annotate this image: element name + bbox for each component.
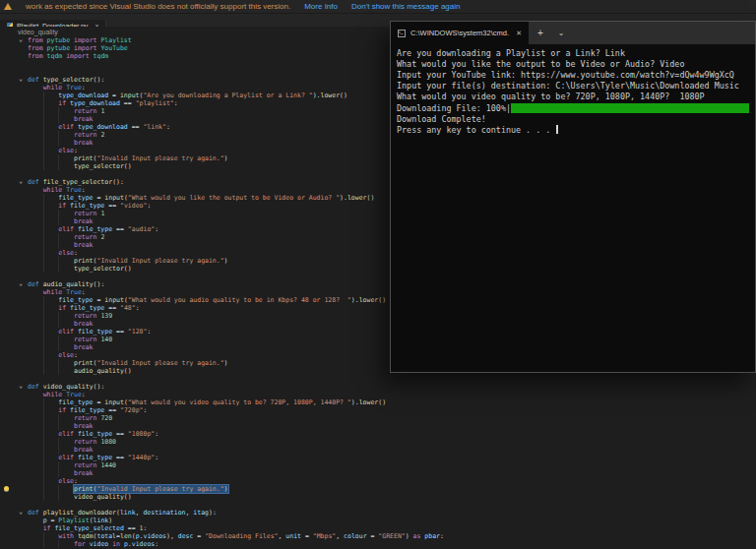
indent-guide [43, 202, 44, 210]
indent-guide [43, 469, 44, 477]
code-line[interactable]: return 1080 [28, 438, 756, 446]
fold-chevron-icon[interactable]: ⌄ [19, 75, 23, 83]
cmd-icon [398, 30, 406, 37]
indent-guide [58, 422, 59, 430]
indent-guide [43, 485, 44, 493]
indent-guide [43, 312, 44, 320]
indent-guide [43, 162, 44, 170]
code-line[interactable]: while True: [28, 391, 756, 398]
fold-chevron-icon[interactable]: ⌄ [19, 279, 23, 287]
indent-guide [43, 477, 44, 485]
indent-guide [43, 406, 44, 414]
indent-guide [58, 320, 59, 328]
terminal-text: Are you downloading a Playlist or a Link… [397, 48, 625, 58]
new-tab-button[interactable]: + [529, 22, 552, 44]
terminal-tab-title: C:\WINDOWS\system32\cmd. [410, 29, 509, 37]
fold-chevron-icon[interactable]: ⌄ [19, 177, 23, 185]
terminal-text: Input your YouTube link: https://www.you… [397, 70, 734, 80]
indent-guide [43, 343, 44, 351]
code-line[interactable]: else: [28, 477, 756, 485]
terminal-text: Input your file(s) destination: C:\Users… [397, 81, 739, 91]
indent-guide [43, 532, 44, 540]
terminal-cursor [556, 125, 558, 134]
terminal-output[interactable]: Are you downloading a Playlist or a Link… [391, 44, 755, 136]
indent-guide [43, 249, 44, 257]
terminal-line: Are you downloading a Playlist or a Link… [397, 47, 749, 58]
code-line[interactable]: for video in p.videos: [28, 540, 756, 548]
notification-bar: work as expected since Visual Studio doe… [0, 0, 756, 14]
code-line[interactable]: return 1440 [28, 461, 756, 469]
indent-guide [43, 398, 44, 406]
indent-guide [43, 241, 44, 249]
indent-guide [58, 414, 59, 422]
indent-guide [43, 454, 44, 461]
code-line[interactable]: if file_type_selected == 1: [28, 524, 756, 532]
code-line[interactable]: if file_type == "720p": [28, 406, 756, 414]
selection-highlight: print("Invalid Input please try again.") [74, 485, 228, 493]
code-line[interactable]: p = Playlist(link) [28, 517, 756, 524]
lightbulb-icon[interactable] [4, 486, 9, 491]
more-info-link[interactable]: More Info [304, 2, 338, 11]
indent-guide [43, 107, 44, 115]
code-line[interactable]: with tqdm(total=len(p.videos), desc = "D… [28, 532, 756, 540]
indent-guide [58, 265, 59, 273]
indent-guide [58, 107, 59, 115]
indent-guide [58, 131, 59, 139]
fold-chevron-icon[interactable]: ⌄ [19, 508, 23, 516]
terminal-tab-close-icon[interactable]: ✕ [516, 30, 522, 37]
code-line[interactable]: break [28, 422, 756, 430]
indent-guide [43, 225, 44, 233]
indent-guide [58, 210, 59, 217]
indent-guide [43, 99, 44, 107]
indent-guide [43, 257, 44, 265]
indent-guide [43, 194, 44, 202]
code-line[interactable]: print("Invalid Input please try again.") [28, 485, 756, 493]
indent-guide [58, 343, 59, 351]
code-line[interactable]: break [28, 446, 756, 454]
code-line[interactable] [28, 501, 756, 509]
indent-guide [43, 304, 44, 312]
indent-guide [43, 92, 44, 99]
indent-guide [43, 351, 44, 359]
fold-chevron-icon[interactable]: ⌄ [19, 36, 23, 43]
code-line[interactable]: ⌄def playlist_downloader(link, destinati… [28, 509, 756, 517]
notification-message: work as expected since Visual Studio doe… [26, 2, 290, 11]
indent-guide [58, 438, 59, 446]
indent-guide [43, 493, 44, 501]
indent-guide [43, 336, 44, 343]
indent-guide [58, 446, 59, 454]
fold-chevron-icon[interactable]: ⌄ [19, 382, 23, 390]
terminal-text: Press any key to continue . . . [397, 125, 555, 135]
indent-guide [43, 540, 44, 548]
terminal-text: What would you like the output to be Vid… [397, 59, 684, 69]
tab-dropdown-icon[interactable]: ⌄ [552, 22, 571, 44]
code-line[interactable]: break [28, 469, 756, 477]
code-line[interactable]: video_quality() [28, 493, 756, 501]
code-line[interactable]: elif file_type == "1440p": [28, 454, 756, 461]
code-line[interactable]: file_type = input("What would you video … [28, 398, 756, 406]
terminal-window: C:\WINDOWS\system32\cmd. ✕ + ⌄ Are you d… [390, 21, 756, 373]
terminal-line: What would you like the output to be Vid… [397, 58, 749, 69]
terminal-text: What would you video quality to be? 720P… [397, 92, 705, 101]
indent-guide [43, 233, 44, 241]
indent-guide [58, 359, 59, 367]
code-line[interactable]: elif file_type == "1080p": [28, 430, 756, 438]
indent-guide [58, 257, 59, 265]
indent-guide [58, 115, 59, 123]
terminal-line: Input your file(s) destination: C:\Users… [397, 81, 749, 92]
terminal-title-bar[interactable]: C:\WINDOWS\system32\cmd. ✕ + ⌄ [391, 22, 755, 44]
terminal-line: Press any key to continue . . . [397, 124, 749, 135]
terminal-line: Downloading File: 100%| [397, 102, 749, 113]
code-line[interactable]: return 720 [28, 414, 756, 422]
terminal-tab[interactable]: C:\WINDOWS\system32\cmd. ✕ [391, 22, 529, 44]
code-line[interactable] [28, 375, 756, 383]
indent-guide [43, 217, 44, 225]
terminal-text: Download Complete! [397, 114, 486, 124]
code-line[interactable]: ⌄def video_quality(): [28, 383, 756, 391]
indent-guide [58, 367, 59, 375]
dismiss-link[interactable]: Don't show this message again [351, 2, 460, 11]
indent-guide [58, 461, 59, 469]
indent-guide [43, 123, 44, 131]
indent-guide [43, 461, 44, 469]
warning-icon [4, 3, 12, 10]
